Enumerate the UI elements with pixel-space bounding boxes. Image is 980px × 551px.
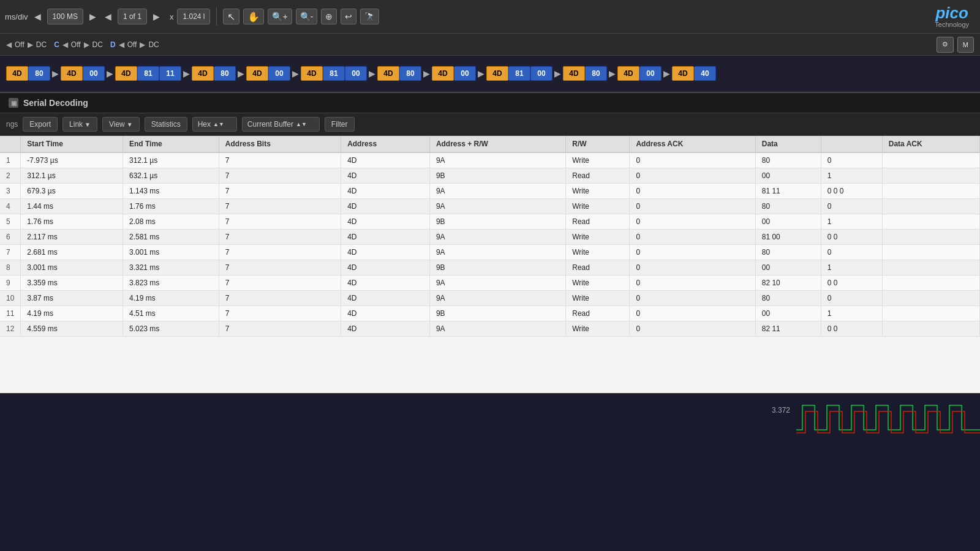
page-left-arrow[interactable]: ◀ bbox=[102, 10, 114, 23]
cell-addr-ack: 0 bbox=[630, 230, 755, 245]
col-header-data2 bbox=[821, 136, 882, 152]
channel-1-controls: ◀ Off ▶ DC bbox=[6, 40, 47, 49]
cell-data: 80 bbox=[755, 152, 821, 168]
packet-group-12: 4D 40 bbox=[672, 66, 716, 81]
packet-orange: 4D bbox=[246, 66, 268, 81]
table-row[interactable]: 6 2.117 ms 2.581 ms 7 4D 9A Write 0 81 0… bbox=[0, 230, 980, 245]
pkt-div: ▶ bbox=[52, 69, 59, 78]
measurements-btn[interactable]: M bbox=[957, 37, 974, 53]
cell-end: 632.1 µs bbox=[123, 168, 219, 184]
sd-hex-dropdown[interactable]: Hex ▲▼ bbox=[192, 117, 237, 132]
cell-start: 3.359 ms bbox=[21, 276, 123, 291]
table-row[interactable]: 7 2.681 ms 3.001 ms 7 4D 9A Write 0 80 0 bbox=[0, 245, 980, 260]
packet-blue: 80 bbox=[585, 66, 607, 81]
zoom-out-icon[interactable]: 🔍- bbox=[296, 9, 318, 24]
col-header-start: Start Time bbox=[21, 136, 123, 152]
pan-icon[interactable]: ✋ bbox=[243, 9, 264, 24]
nav-left-arrow[interactable]: ◀ bbox=[32, 10, 43, 23]
sd-view-btn[interactable]: View ▼ bbox=[102, 117, 140, 132]
table-row[interactable]: 12 4.559 ms 5.023 ms 7 4D 9A Write 0 82 … bbox=[0, 321, 980, 337]
ch-d-right-arrow[interactable]: ▶ bbox=[140, 40, 145, 49]
table-row[interactable]: 5 1.76 ms 2.08 ms 7 4D 9B Read 0 00 1 bbox=[0, 214, 980, 230]
select-cursor-icon[interactable]: ↖ bbox=[223, 9, 239, 24]
x-value-btn[interactable]: 1.024 l bbox=[177, 9, 210, 24]
cell-address: 4D bbox=[341, 306, 430, 321]
table-row[interactable]: 8 3.001 ms 3.321 ms 7 4D 9B Read 0 00 1 bbox=[0, 260, 980, 276]
ch-c-label: C bbox=[54, 40, 59, 49]
page-info-btn[interactable]: 1 of 1 bbox=[118, 9, 147, 24]
cell-num: 8 bbox=[0, 260, 21, 276]
cell-addr-rw: 9A bbox=[429, 276, 565, 291]
cell-num: 5 bbox=[0, 214, 21, 230]
cell-addr-ack: 0 bbox=[630, 260, 755, 276]
cell-rw: Write bbox=[566, 245, 630, 260]
ch1-left-arrow[interactable]: ◀ bbox=[6, 40, 12, 49]
value-overlay: 3.372 bbox=[772, 406, 790, 414]
signal-canvas bbox=[796, 393, 980, 442]
sd-buffer-dropdown[interactable]: Current Buffer ▲▼ bbox=[242, 117, 320, 132]
cell-end: 1.143 ms bbox=[123, 184, 219, 199]
sd-export-btn[interactable]: Export bbox=[23, 117, 58, 132]
packet-orange: 4D bbox=[6, 66, 28, 81]
cell-address: 4D bbox=[341, 291, 430, 306]
table-row[interactable]: 11 4.19 ms 4.51 ms 7 4D 9B Read 0 00 1 bbox=[0, 306, 980, 321]
cell-data: 00 bbox=[755, 214, 821, 230]
sd-toolbar: ngs Export Link ▼ View ▼ Statistics Hex … bbox=[0, 113, 980, 136]
cell-data2: 0 bbox=[821, 152, 882, 168]
ch-d-left-arrow[interactable]: ◀ bbox=[119, 40, 124, 49]
sd-statistics-btn[interactable]: Statistics bbox=[145, 117, 187, 132]
nav-right-arrow[interactable]: ▶ bbox=[87, 10, 99, 23]
cell-data2: 0 0 bbox=[821, 276, 882, 291]
cell-start: 679.3 µs bbox=[21, 184, 123, 199]
sd-filter-btn[interactable]: Filter bbox=[325, 117, 355, 132]
col-header-addr-ack: Address ACK bbox=[630, 136, 755, 152]
cell-num: 11 bbox=[0, 306, 21, 321]
col-header-num bbox=[0, 136, 21, 152]
zoom-fit-icon[interactable]: ⊕ bbox=[321, 9, 337, 24]
cell-addr-bits: 7 bbox=[219, 214, 341, 230]
cell-num: 10 bbox=[0, 291, 21, 306]
ch1-right-arrow[interactable]: ▶ bbox=[28, 40, 33, 49]
ch-c-left-arrow[interactable]: ◀ bbox=[62, 40, 68, 49]
time-value-btn[interactable]: 100 MS bbox=[47, 9, 83, 24]
table-row[interactable]: 4 1.44 ms 1.76 ms 7 4D 9A Write 0 80 0 bbox=[0, 199, 980, 214]
cell-addr-ack: 0 bbox=[630, 214, 755, 230]
table-row[interactable]: 1 -7.973 µs 312.1 µs 7 4D 9A Write 0 80 … bbox=[0, 152, 980, 168]
packet-orange: 4D bbox=[301, 66, 323, 81]
cell-num: 6 bbox=[0, 230, 21, 245]
channel-d-controls: D ◀ Off ▶ DC bbox=[110, 40, 159, 49]
cell-rw: Write bbox=[566, 184, 630, 199]
cell-end: 4.19 ms bbox=[123, 291, 219, 306]
col-header-data: Data bbox=[755, 136, 821, 152]
ch-c-right-arrow[interactable]: ▶ bbox=[84, 40, 89, 49]
cell-address: 4D bbox=[341, 214, 430, 230]
main-toolbar: ms/div ◀ 100 MS ▶ ◀ 1 of 1 ▶ x 1.024 l ↖… bbox=[0, 0, 980, 34]
cell-start: -7.973 µs bbox=[21, 152, 123, 168]
packet-blue: 80 bbox=[28, 66, 50, 81]
page-right-arrow[interactable]: ▶ bbox=[151, 10, 162, 23]
packet-blue: 40 bbox=[694, 66, 716, 81]
zoom-range-icon[interactable]: 🔭 bbox=[360, 9, 379, 24]
undo-icon[interactable]: ↩ bbox=[341, 9, 356, 24]
table-row[interactable]: 10 3.87 ms 4.19 ms 7 4D 9A Write 0 80 0 bbox=[0, 291, 980, 306]
cell-start: 3.87 ms bbox=[21, 291, 123, 306]
cell-rw: Write bbox=[566, 199, 630, 214]
zoom-in-icon[interactable]: 🔍+ bbox=[268, 9, 292, 24]
cell-addr-rw: 9A bbox=[429, 152, 565, 168]
cell-end: 3.001 ms bbox=[123, 245, 219, 260]
table-row[interactable]: 9 3.359 ms 3.823 ms 7 4D 9A Write 0 82 1… bbox=[0, 276, 980, 291]
waveform-area: 4D 80 ▶ 4D 00 ▶ 4D 81 11 ▶ 4D 80 ▶ 4D 00… bbox=[0, 56, 980, 92]
sd-link-btn[interactable]: Link ▼ bbox=[62, 117, 97, 132]
cell-addr-bits: 7 bbox=[219, 152, 341, 168]
cell-start: 4.559 ms bbox=[21, 321, 123, 337]
decode-icon-btn[interactable]: ⚙ bbox=[937, 37, 954, 53]
serial-decoding-header: ▣ Serial Decoding bbox=[0, 93, 980, 113]
cell-data2: 0 0 0 bbox=[821, 184, 882, 199]
packet-orange: 4D bbox=[486, 66, 508, 81]
cell-data: 00 bbox=[755, 260, 821, 276]
table-row[interactable]: 3 679.3 µs 1.143 ms 7 4D 9A Write 0 81 1… bbox=[0, 184, 980, 199]
packet-orange: 4D bbox=[115, 66, 137, 81]
cell-data: 80 bbox=[755, 199, 821, 214]
table-row[interactable]: 2 312.1 µs 632.1 µs 7 4D 9B Read 0 00 1 bbox=[0, 168, 980, 184]
decode-table: Start Time End Time Address Bits Address… bbox=[0, 136, 980, 337]
